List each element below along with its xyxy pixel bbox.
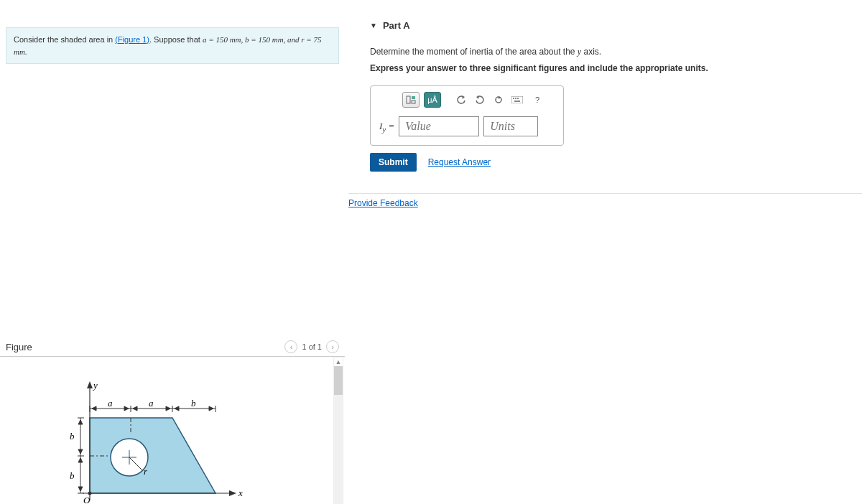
collapse-icon: ▼	[370, 22, 377, 29]
keyboard-icon	[511, 96, 523, 103]
svg-rect-25	[511, 96, 523, 103]
dim-b-left2: b	[70, 470, 75, 481]
template-tool-button[interactable]	[402, 92, 420, 108]
undo-button[interactable]	[454, 92, 468, 108]
problem-text-post: . Suppose that	[149, 35, 203, 44]
provide-feedback-link[interactable]: Provide Feedback	[348, 198, 418, 208]
figure-link[interactable]: (Figure 1)	[115, 35, 149, 44]
figure-svg: y x O	[0, 357, 330, 504]
problem-statement: Consider the shaded area in (Figure 1). …	[6, 27, 339, 64]
axis-x-label: x	[238, 487, 243, 498]
origin-label: O	[83, 495, 91, 504]
help-label: ?	[535, 95, 539, 104]
part-a-header[interactable]: ▼ Part A	[348, 0, 862, 37]
units-tool-button[interactable]: μÅ	[424, 92, 441, 108]
svg-rect-29	[514, 101, 520, 102]
dim-b-left1: b	[70, 431, 75, 442]
submit-button[interactable]: Submit	[370, 153, 417, 172]
redo-button[interactable]	[473, 92, 487, 108]
q1-post: axis.	[581, 47, 601, 57]
redo-icon	[475, 95, 485, 104]
keyboard-button[interactable]	[510, 92, 524, 108]
answer-box: μÅ ? Iy =	[370, 85, 564, 146]
svg-rect-28	[517, 98, 519, 99]
help-button[interactable]: ?	[529, 92, 546, 108]
svg-rect-23	[412, 101, 415, 103]
question-line2: Express your answer to three significant…	[370, 62, 862, 75]
figure-next-button[interactable]: ›	[326, 340, 339, 353]
units-sym: μÅ	[427, 95, 437, 104]
figure-panel: Figure ‹ 1 of 1 › y	[0, 337, 345, 504]
dim-b-top: b	[191, 398, 196, 409]
svg-rect-26	[513, 98, 514, 99]
dim-a2: a	[149, 398, 154, 409]
figure-pager: 1 of 1	[302, 342, 322, 351]
units-input[interactable]	[483, 116, 538, 136]
undo-icon	[456, 95, 466, 104]
reset-icon	[493, 95, 504, 104]
problem-text-pre: Consider the shaded area in	[14, 35, 115, 44]
axis-y-label: y	[92, 380, 98, 391]
part-a-title: Part A	[383, 20, 410, 31]
reset-button[interactable]	[491, 92, 506, 108]
figure-prev-button[interactable]: ‹	[284, 340, 297, 353]
question-line1: Determine the moment of inertia of the a…	[370, 45, 862, 59]
svg-rect-22	[412, 96, 415, 99]
svg-rect-21	[407, 96, 410, 103]
request-answer-link[interactable]: Request Answer	[428, 157, 491, 167]
q1-pre: Determine the moment of inertia of the a…	[370, 47, 578, 57]
answer-var-label: Iy =	[379, 121, 394, 134]
figure-scrollbar[interactable]: ▲ ▼	[333, 357, 343, 504]
scroll-up-icon: ▲	[335, 358, 342, 366]
figure-title: Figure	[6, 342, 32, 353]
value-input[interactable]	[399, 116, 479, 136]
svg-rect-27	[515, 98, 516, 99]
dim-a1: a	[108, 398, 113, 409]
